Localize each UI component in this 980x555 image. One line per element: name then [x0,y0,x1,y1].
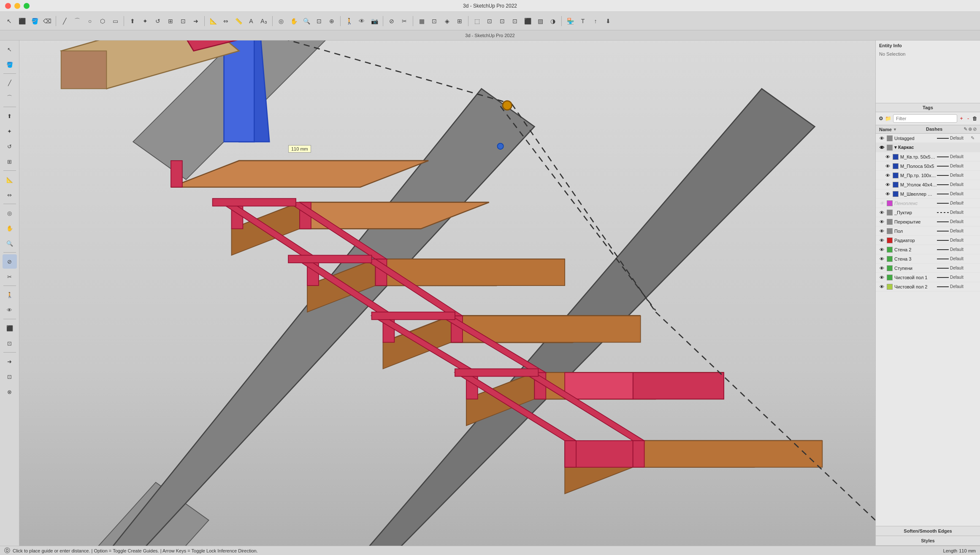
tag-row-chistovoi2[interactable]: 👁 Чистовой пол 2 Default [876,282,980,291]
line-tool[interactable]: ╱ [59,15,70,27]
pan-tool[interactable]: ✋ [288,15,300,27]
lt-arc[interactable]: ⌒ [3,91,17,105]
tag-eye-pol[interactable]: 👁 [878,228,885,234]
tag-row-stupeni[interactable]: 👁 Ступени Default [876,264,980,273]
tag-row-perekrytie[interactable]: 👁 Перекрытие Default [876,217,980,226]
minimize-button[interactable] [14,3,20,9]
tag-row-mpolosa[interactable]: 👁 М_Полоса 50х5 Default [876,162,980,171]
tag-color-penopleks[interactable] [887,200,893,206]
rectangle-tool[interactable]: ▭ [109,15,121,27]
lt-zoom[interactable]: 🔍 [3,236,17,251]
tag-row-chistovoi1[interactable]: 👁 Чистовой пол 1 Default [876,273,980,282]
trimble-tool[interactable]: T [577,15,589,27]
tag-color-puktir[interactable] [887,210,893,216]
tag-eye-stupeni[interactable]: 👁 [878,265,885,272]
tag-eye-untagged[interactable]: 👁 [878,135,885,142]
lt-line[interactable]: ╱ [3,75,17,90]
import-tool[interactable]: ⬇ [602,15,614,27]
lt-component[interactable]: ⬛ [3,321,17,335]
circle-tool[interactable]: ○ [84,15,96,27]
shaded-tool[interactable]: ⬛ [522,15,533,27]
tag-color-chistovoi1[interactable] [887,275,893,280]
tag-eye-chistovoi2[interactable]: 👁 [878,283,885,290]
tag-eye-karkас[interactable]: 👁 [878,144,885,151]
tag-row-karkас[interactable]: 👁 ▾ Каркас [876,143,980,152]
tags-settings-btn[interactable]: ⚙ [878,114,883,123]
tags-add-btn[interactable]: + [959,114,964,123]
polygon-tool[interactable]: ⬡ [97,15,108,27]
section-cut-tool[interactable]: ✂ [398,15,410,27]
lt-dimension[interactable]: ⇔ [3,188,17,202]
protractor-tool[interactable]: 📏 [233,15,244,27]
lt-group[interactable]: ⊡ [3,336,17,350]
maximize-button[interactable] [24,3,30,9]
tag-eye-stena3[interactable]: 👁 [878,256,885,262]
tags-folder-btn[interactable]: 📁 [885,114,891,123]
close-button[interactable] [5,3,11,9]
tag-eye-mpr100[interactable]: 👁 [884,172,891,179]
tag-row-puktir[interactable]: 👁 _Пуктир Default [876,208,980,217]
eraser-tool[interactable]: ⌫ [41,15,53,27]
tag-row-untagged[interactable]: 👁 Untagged Default ✎ [876,134,980,143]
tag-row-pol[interactable]: 👁 Пол Default [876,226,980,236]
lt-lookaround[interactable]: 👁 [3,303,17,317]
make-component-tool[interactable]: ⬛ [16,15,28,27]
orbit-tool[interactable]: ◎ [275,15,287,27]
warehouse-tool[interactable]: 🏪 [564,15,576,27]
tag-row-mpr100[interactable]: 👁 М_Пр.тр. 100х50х3 Default [876,171,980,180]
zoom-window-tool[interactable]: ⊕ [326,15,338,27]
tags-purge-btn[interactable]: 🗑 [972,114,977,123]
xray-tool[interactable]: ⬚ [471,15,483,27]
tag-eye-mkv50[interactable]: 👁 [884,154,891,160]
lt-scale[interactable]: ⊞ [3,154,17,169]
tag-color-mpolosa[interactable] [893,163,899,169]
hidden-line-tool[interactable]: ⊡ [509,15,521,27]
offset-tool[interactable]: ⊡ [177,15,189,27]
tag-color-perekrytie[interactable] [887,219,893,225]
back-edges-tool[interactable]: ⊡ [484,15,495,27]
walk-tool[interactable]: 🚶 [343,15,355,27]
share-tool[interactable]: ↑ [590,15,601,27]
perspective-proj[interactable]: ◈ [441,15,453,27]
tag-eye-penopleks[interactable]: 👁 [878,200,885,207]
tag-color-mkv50[interactable] [893,154,899,160]
lt-rotate[interactable]: ↺ [3,139,17,154]
tag-color-mpr100[interactable] [893,172,899,178]
tag-color-radiator[interactable] [887,237,893,243]
tag-color-stena2[interactable] [887,247,893,253]
section-plane-tool[interactable]: ⊘ [386,15,398,27]
lt-offset[interactable]: ⊡ [3,369,17,384]
tag-color-mshveller[interactable] [893,191,899,197]
paint-bucket-tool[interactable]: 🪣 [29,15,41,27]
wireframe-tool[interactable]: ⊡ [496,15,508,27]
lookaround-tool[interactable]: 👁 [356,15,368,27]
tag-color-karkас[interactable] [887,145,893,151]
lt-follow[interactable]: ➜ [3,354,17,369]
lt-move[interactable]: ✦ [3,124,17,138]
tag-color-chistovoi2[interactable] [887,284,893,290]
select-tool[interactable]: ↖ [3,15,15,27]
tag-row-mkv50[interactable]: 👁 М_Кв.тр. 50х50х3 Default [876,152,980,162]
tag-eye-puktir[interactable]: 👁 [878,209,885,216]
lt-section2[interactable]: ✂ [3,269,17,284]
text-tool[interactable]: A [245,15,257,27]
tag-eye-stena2[interactable]: 👁 [878,246,885,253]
lt-pan[interactable]: ✋ [3,221,17,235]
tag-row-stena2[interactable]: 👁 Стена 2 Default [876,245,980,254]
push-pull-tool[interactable]: ⬆ [127,15,138,27]
lt-walk[interactable]: 🚶 [3,288,17,302]
col-name-header[interactable]: Name ▼ [879,127,926,132]
tag-eye-mpolosa[interactable]: 👁 [884,163,891,170]
standard-views[interactable]: ▦ [416,15,428,27]
scale-tool[interactable]: ⊞ [165,15,176,27]
lt-section[interactable]: ⊘ [3,254,17,269]
tag-edit-untagged[interactable]: ✎ [971,135,977,141]
lt-pushpull[interactable]: ⬆ [3,109,17,123]
zoom-tool[interactable]: 🔍 [300,15,312,27]
tags-search-input[interactable] [893,114,957,123]
tag-color-untagged[interactable] [887,135,893,141]
lt-paint[interactable]: 🪣 [3,57,17,72]
shaded-texture-tool[interactable]: ▨ [534,15,546,27]
monochrome-tool[interactable]: ◑ [547,15,559,27]
tag-row-radiator[interactable]: 👁 Радиатор Default [876,236,980,245]
